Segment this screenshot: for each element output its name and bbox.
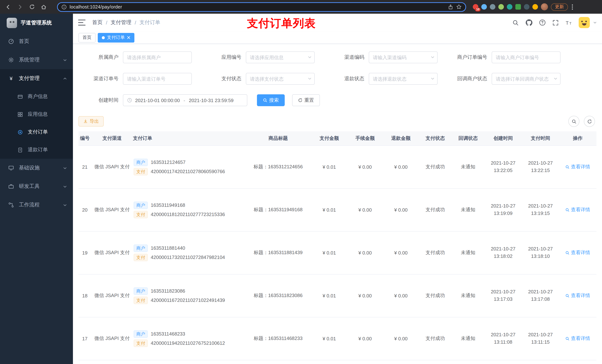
table-right-tools bbox=[568, 116, 595, 127]
create-time-range-picker[interactable]: 2021-10-01 00:00:00 - 2021-10-31 23:59:5… bbox=[123, 94, 247, 106]
pay-status-select[interactable] bbox=[246, 73, 315, 85]
yen-icon: ¥ bbox=[8, 75, 14, 81]
reset-button[interactable]: 重置 bbox=[292, 94, 320, 106]
logo-avatar bbox=[7, 18, 17, 28]
extensions-area: 10 更新 bbox=[473, 3, 574, 10]
avatar-caret-icon[interactable] bbox=[593, 21, 597, 24]
breadcrumb-payment[interactable]: 支付管理 bbox=[111, 19, 131, 26]
browser-refresh-icon[interactable] bbox=[27, 2, 36, 11]
toggle-search-button[interactable] bbox=[568, 116, 580, 127]
cell-paid: 2021-10-27 13:22:15 bbox=[522, 145, 559, 188]
extension-icon-1[interactable]: 10 bbox=[473, 4, 478, 10]
paid-time: 13:22:15 bbox=[523, 167, 559, 174]
sidebar-item-infrastructure[interactable]: 基础设施 bbox=[0, 159, 73, 177]
sidebar-item-merchant-info[interactable]: 商户信息 bbox=[0, 88, 73, 105]
view-detail-link[interactable]: 查看详情 bbox=[565, 292, 590, 299]
browser-forward-icon[interactable] bbox=[16, 2, 24, 11]
magnifier-icon bbox=[565, 293, 570, 298]
share-icon[interactable] bbox=[448, 4, 453, 10]
sidebar-toggle-icon[interactable] bbox=[78, 20, 86, 26]
browser-back-icon[interactable] bbox=[4, 2, 13, 11]
fullscreen-icon[interactable] bbox=[552, 19, 559, 26]
merchant-order-no-field[interactable] bbox=[492, 52, 560, 63]
sidebar: 芋道管理系统 首页 系统管理 bbox=[0, 14, 73, 364]
extension-icon-8[interactable] bbox=[532, 4, 538, 10]
view-detail-link[interactable]: 查看详情 bbox=[565, 335, 590, 342]
extension-icon-2[interactable] bbox=[481, 4, 487, 10]
extension-icon-6[interactable] bbox=[515, 4, 521, 10]
channel-code-input[interactable] bbox=[369, 52, 438, 63]
site-info-icon[interactable] bbox=[62, 4, 67, 10]
merchant-select-input[interactable] bbox=[123, 52, 192, 63]
user-avatar[interactable] bbox=[579, 17, 590, 28]
cell-notify: 未通知 bbox=[452, 188, 484, 231]
browser-menu-icon[interactable] bbox=[571, 4, 574, 10]
sidebar-item-workflow[interactable]: 工作流程 bbox=[0, 196, 73, 214]
browser-profile-avatar[interactable] bbox=[541, 3, 548, 10]
close-icon[interactable] bbox=[127, 36, 130, 39]
sidebar-item-label: 退款订单 bbox=[28, 146, 48, 153]
bookmark-star-icon[interactable] bbox=[456, 4, 462, 10]
search-button[interactable]: 搜索 bbox=[257, 94, 285, 106]
refund-status-select[interactable] bbox=[369, 73, 438, 85]
sidebar-item-home[interactable]: 首页 bbox=[0, 32, 73, 51]
active-tab-dot bbox=[102, 36, 105, 39]
view-detail-link[interactable]: 查看详情 bbox=[565, 207, 590, 213]
app-logo[interactable]: 芋道管理系统 bbox=[0, 14, 73, 32]
tab-pay-order[interactable]: 支付订单 bbox=[98, 33, 134, 42]
notify-status-input[interactable] bbox=[492, 73, 560, 85]
merchant-tag: 商户 bbox=[134, 330, 148, 338]
merchant-order-no: 1635312124657 bbox=[151, 159, 185, 165]
sidebar-item-system[interactable]: 系统管理 bbox=[0, 51, 73, 69]
view-detail-label: 查看详情 bbox=[571, 249, 590, 256]
extension-icon-4[interactable] bbox=[498, 4, 504, 10]
tab-home[interactable]: 首页 bbox=[78, 33, 96, 42]
sidebar-item-payment[interactable]: ¥ 支付管理 bbox=[0, 69, 73, 88]
channel-order-no-field[interactable] bbox=[123, 73, 192, 85]
extension-icon-5[interactable] bbox=[507, 4, 512, 10]
breadcrumb-separator: / bbox=[135, 20, 136, 26]
extension-icon-7[interactable] bbox=[524, 4, 529, 10]
sidebar-item-label: 首页 bbox=[19, 38, 29, 45]
sidebar-item-app-info[interactable]: 应用信息 bbox=[0, 105, 73, 123]
cell-notify: 未通知 bbox=[452, 317, 484, 360]
extension-icon-3[interactable] bbox=[490, 4, 495, 10]
cell-status: 支付成功 bbox=[419, 274, 452, 317]
merchant-select[interactable] bbox=[123, 52, 192, 63]
channel-code-select[interactable] bbox=[369, 52, 438, 63]
pay-status-input[interactable] bbox=[246, 73, 315, 85]
search-icon[interactable] bbox=[512, 19, 519, 26]
channel-order-no-input[interactable] bbox=[123, 73, 192, 85]
cell-channel: 微信 JSAPI 支付 bbox=[91, 231, 133, 274]
cell-fee: ¥ 0.00 bbox=[347, 317, 383, 360]
sidebar-item-label: 基础设施 bbox=[19, 165, 40, 171]
sidebar-item-dev-tools[interactable]: 研发工具 bbox=[0, 177, 73, 196]
cell-amount: ¥ 0.01 bbox=[311, 231, 347, 274]
font-size-icon[interactable]: TT bbox=[565, 19, 572, 26]
address-bar[interactable]: localhost:1024/pay/order bbox=[57, 2, 466, 12]
merchant-order-no-input[interactable] bbox=[492, 52, 560, 63]
help-icon[interactable] bbox=[539, 19, 546, 26]
col-notify: 回调状态 bbox=[452, 131, 484, 145]
cell-status: 支付成功 bbox=[419, 317, 452, 360]
refresh-table-button[interactable] bbox=[584, 116, 595, 127]
cell-notify: 未通知 bbox=[452, 274, 484, 317]
browser-home-icon[interactable] bbox=[39, 2, 48, 11]
refund-status-input[interactable] bbox=[369, 73, 438, 85]
export-button[interactable]: 导出 bbox=[78, 116, 104, 126]
app-no-select[interactable] bbox=[246, 52, 315, 63]
view-detail-link[interactable]: 查看详情 bbox=[565, 249, 590, 256]
clock-icon bbox=[127, 98, 132, 103]
credit-card-icon bbox=[17, 94, 23, 100]
cell-status: 支付成功 bbox=[419, 231, 452, 274]
github-icon[interactable] bbox=[525, 19, 532, 26]
view-detail-link[interactable]: 查看详情 bbox=[565, 164, 590, 170]
pay-tag: 支付 bbox=[134, 211, 148, 218]
breadcrumb-home[interactable]: 首页 bbox=[92, 19, 103, 26]
browser-update-button[interactable]: 更新 bbox=[551, 3, 568, 10]
sidebar-item-pay-order[interactable]: 支付订单 bbox=[0, 123, 73, 141]
notify-status-select[interactable] bbox=[492, 73, 560, 85]
cell-actions: 查看详情 bbox=[559, 145, 596, 188]
app-no-select-input[interactable] bbox=[246, 52, 315, 63]
sidebar-item-refund-order[interactable]: 退款订单 bbox=[0, 141, 73, 159]
